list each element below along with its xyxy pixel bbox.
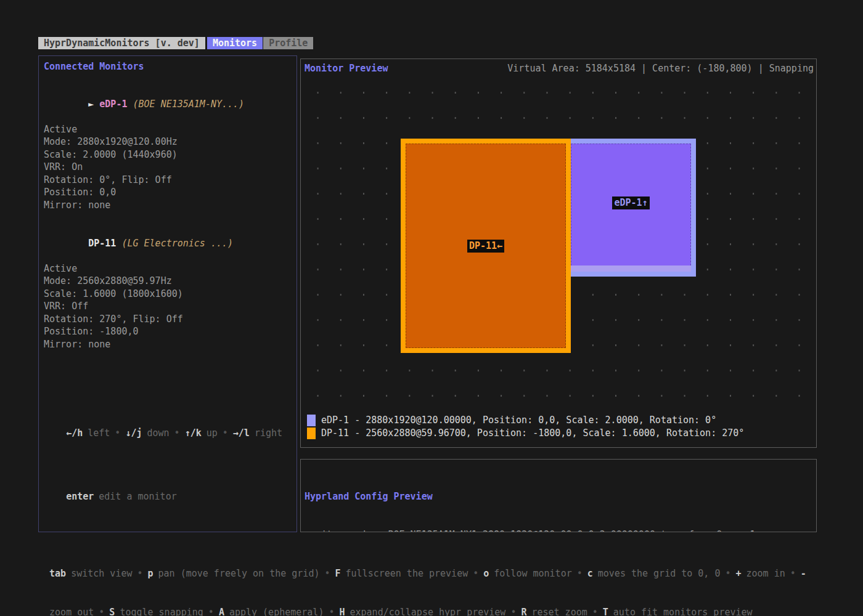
left-panel-keybinds: ←/hleft•↓/jdown•↑/kup•→/lright enteredit… <box>44 376 292 528</box>
monitor-detail-line: Rotation: 0°, Flip: Off <box>44 174 292 187</box>
selection-arrow-icon: ► <box>88 99 99 110</box>
help-segment: • <box>324 568 330 579</box>
keybind-segment: up <box>207 428 218 439</box>
config-preview-title: Hyprland Config Preview <box>305 490 812 503</box>
legend-row-edp1: eDP-1 - 2880x1920@120.00000, Position: 0… <box>307 414 744 427</box>
monitor-detail-line: Position: 0,0 <box>44 186 292 199</box>
help-segment: • <box>473 568 478 579</box>
help-segment: • <box>99 607 104 616</box>
config-line-1: monitor = desc:BOE NE135A1M-NY1,2880x192… <box>305 529 812 533</box>
keybind-segment: left <box>88 428 110 439</box>
keybind-segment: • <box>223 428 228 439</box>
help-segment: tab <box>49 568 66 579</box>
monitor-details: ActiveMode: 2560x2880@59.97HzScale: 1.60… <box>44 262 292 351</box>
help-segment: expand/collapse hypr preview <box>350 607 506 616</box>
monitor-detail-line: Mirror: none <box>44 338 292 351</box>
monitor-detail-line: Rotation: 270°, Flip: Off <box>44 313 292 326</box>
preview-title: Monitor Preview <box>305 63 388 74</box>
legend-row-dp11: DP-11 - 2560x2880@59.96700, Position: -1… <box>307 427 744 440</box>
keybind-segment: right <box>255 428 282 439</box>
global-help-bar: tabswitch view•ppan (move freely on the … <box>38 541 830 616</box>
monitor-detail-line: VRR: On <box>44 161 292 174</box>
dp11-label-chip: DP-11← <box>467 240 504 253</box>
help-segment: fullscreen the preview <box>346 568 468 579</box>
help-segment: apply (ephemeral) <box>229 607 324 616</box>
app-title-tab: HyprDynamicMonitors [v. dev] <box>38 37 205 49</box>
monitor-detail-line: Scale: 1.6000 (1800x1600) <box>44 288 292 301</box>
connected-monitors-panel: Connected Monitors ► eDP-1 (BOE NE135A1M… <box>38 55 297 532</box>
help-segment: p <box>148 568 153 579</box>
help-segment: auto fit monitors preview <box>613 607 753 616</box>
help-segment: H <box>339 607 345 616</box>
legend-text: eDP-1 - 2880x1920@120.00000, Position: 0… <box>321 414 716 427</box>
help-segment: T <box>603 607 608 616</box>
help-segment: • <box>137 568 143 579</box>
monitor-description: (LG Electronics ...) <box>116 238 233 249</box>
help-segment: • <box>577 568 583 579</box>
help-segment: • <box>592 607 598 616</box>
monitor-detail-line: Mirror: none <box>44 199 292 212</box>
monitor-detail-line: Mode: 2560x2880@59.97Hz <box>44 275 292 288</box>
help-segment: • <box>510 607 516 616</box>
tab-bar: HyprDynamicMonitors [v. dev] Monitors Pr… <box>38 37 313 49</box>
monitor-description: (BOE NE135A1M-NY...) <box>127 99 244 110</box>
monitor-list-item-dp11[interactable]: DP-11 (LG Electronics ...) ActiveMode: 2… <box>44 224 292 351</box>
keybind-segment: enter <box>66 491 94 502</box>
help-line-1: tabswitch view•ppan (move freely on the … <box>38 541 830 580</box>
help-segment: zoom in <box>746 568 785 579</box>
monitor-name: DP-11 <box>88 238 116 249</box>
preview-header: Monitor Preview Virtual Area: 5184x5184 … <box>305 63 814 74</box>
tab-profile[interactable]: Profile <box>263 37 313 49</box>
help-segment: follow monitor <box>494 568 571 579</box>
help-segment: • <box>725 568 730 579</box>
monitor-list-item-edp1[interactable]: ► eDP-1 (BOE NE135A1M-NY...) ActiveMode:… <box>44 85 292 211</box>
tab-monitors[interactable]: Monitors <box>207 37 263 49</box>
preview-monitor-dp11[interactable]: DP-11← <box>401 139 571 353</box>
help-segment: A <box>219 607 224 616</box>
monitor-detail-line: Active <box>44 123 292 136</box>
monitor-preview-panel: Monitor Preview Virtual Area: 5184x5184 … <box>300 59 817 448</box>
monitor-detail-line: Scale: 2.0000 (1440x960) <box>44 148 292 161</box>
help-line-2: zoom out•Stoggle snapping•Aapply (epheme… <box>38 580 830 616</box>
edp1-color-swatch <box>307 415 316 426</box>
keybind-segment: edit a monitor <box>99 491 176 502</box>
monitor-detail-line: Position: -1800,0 <box>44 325 292 338</box>
keybind-segment: →/l <box>233 428 250 439</box>
keybind-segment: ↓/j <box>125 428 142 439</box>
help-segment: • <box>790 568 796 579</box>
help-segment: • <box>329 607 334 616</box>
monitor-details: ActiveMode: 2880x1920@120.00HzScale: 2.0… <box>44 123 292 212</box>
preview-legend: eDP-1 - 2880x1920@120.00000, Position: 0… <box>307 414 744 440</box>
help-segment: switch view <box>71 568 132 579</box>
help-segment: • <box>208 607 214 616</box>
keybind-segment: • <box>174 428 180 439</box>
legend-text: DP-11 - 2560x2880@59.96700, Position: -1… <box>321 427 744 440</box>
help-segment: pan (move freely on the grid) <box>158 568 320 579</box>
monitor-detail-line: Mode: 2880x1920@120.00Hz <box>44 136 292 148</box>
keybind-row-enter: enteredit a monitor <box>44 465 292 503</box>
help-segment: moves the grid to 0, 0 <box>598 568 721 579</box>
keybind-row-navigation: ←/hleft•↓/jdown•↑/kup•→/lright <box>44 402 292 440</box>
keybind-segment: down <box>147 428 169 439</box>
keybind-segment: • <box>115 428 120 439</box>
help-segment: - <box>801 568 806 579</box>
help-segment: R <box>521 607 526 616</box>
monitor-name: eDP-1 <box>99 99 127 110</box>
monitor-detail-line: VRR: Off <box>44 300 292 313</box>
preview-monitor-edp1[interactable]: eDP-1↑ <box>571 139 696 277</box>
help-segment: o <box>483 568 489 579</box>
dp11-color-swatch <box>307 428 316 439</box>
edp1-label-chip: eDP-1↑ <box>612 197 649 209</box>
help-segment: toggle snapping <box>120 607 203 616</box>
help-segment: zoom out <box>49 607 94 616</box>
help-segment: c <box>587 568 593 579</box>
connected-monitors-title: Connected Monitors <box>44 61 292 72</box>
keybind-segment: ↑/k <box>185 428 202 439</box>
help-segment: reset zoom <box>531 607 587 616</box>
keybind-segment: ←/h <box>66 428 83 439</box>
hyprland-config-panel: Hyprland Config Preview monitor = desc:B… <box>300 459 817 532</box>
edp1-bottom-band <box>571 265 691 272</box>
help-segment: + <box>736 568 742 579</box>
help-segment: S <box>109 607 115 616</box>
help-segment: F <box>335 568 341 579</box>
